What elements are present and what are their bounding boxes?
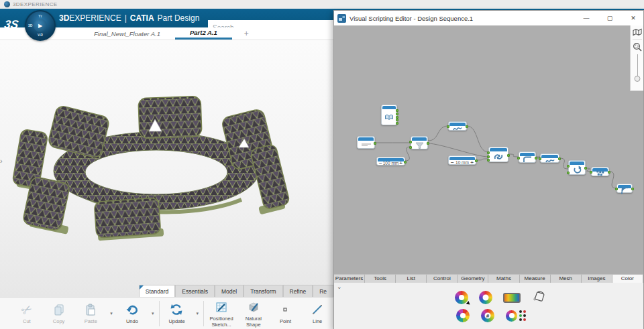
ribbon-tab-refine[interactable]: Refine (283, 285, 313, 297)
color-wheel-segments-icon[interactable] (456, 309, 470, 322)
category-tab-tools[interactable]: Tools (365, 274, 396, 283)
zoom-slider[interactable] (633, 54, 641, 84)
node-port-right[interactable] (558, 157, 561, 160)
category-tab-control[interactable]: Control (427, 274, 458, 283)
panel-expander-chevron-icon[interactable]: › (0, 157, 3, 165)
node-port-right[interactable] (631, 188, 634, 190)
undo-button[interactable]: Undo (116, 302, 148, 324)
node-port-left[interactable] (567, 172, 570, 174)
zoom-select-icon[interactable] (633, 42, 642, 52)
ribbon-tab-model[interactable]: Model (215, 285, 244, 297)
stepper-plus-button[interactable]: + (470, 159, 474, 166)
stepper-plus-button[interactable]: + (399, 160, 402, 166)
node-port-left[interactable] (487, 159, 490, 161)
category-tab-list[interactable]: List (396, 274, 427, 283)
node-port-left[interactable] (567, 165, 570, 168)
node-port-right[interactable] (396, 122, 398, 125)
stepper-value[interactable]: 10 mm (455, 160, 469, 165)
update-button[interactable]: Update (161, 302, 193, 324)
graph-node-output[interactable] (616, 184, 633, 193)
gradient-bar-icon[interactable] (503, 293, 521, 303)
palette-collapse-chevron-icon[interactable]: ⌄ (337, 283, 342, 290)
node-port-right[interactable] (374, 142, 376, 145)
node-connection-wire[interactable] (428, 143, 488, 157)
node-port-right[interactable] (608, 171, 610, 174)
dropdown-arrow-icon[interactable]: ▾ (193, 311, 202, 316)
color-harmony-icon[interactable] (506, 310, 527, 322)
graph-node-corner[interactable] (519, 151, 536, 163)
node-connection-wire[interactable] (428, 126, 448, 141)
ribbon-tab-transform[interactable]: Transform (244, 285, 282, 297)
graph-node-read-geometry[interactable] (381, 105, 397, 125)
compass-play-icon[interactable]: ▶ (34, 19, 47, 32)
node-port-right[interactable] (535, 157, 537, 159)
doc-tab[interactable]: Final_Newt_Floater A.1 (79, 27, 175, 40)
maximize-button[interactable]: ▢ (600, 11, 620, 25)
node-connection-wire[interactable] (609, 172, 616, 188)
graph-node-filter[interactable] (411, 136, 428, 149)
category-tab-measure[interactable]: Measure (520, 274, 551, 283)
3dexperience-compass[interactable]: Yr 3D V.R ▶ (25, 10, 56, 41)
doc-tab[interactable]: Part2 A.1 (175, 27, 232, 40)
3d-viewport[interactable]: › (0, 40, 333, 297)
node-port-right[interactable] (396, 116, 398, 119)
category-tab-maths[interactable]: Maths (488, 274, 519, 283)
compass-north-label[interactable]: Yr (38, 14, 42, 18)
stepper-minus-button[interactable]: − (451, 159, 454, 166)
stepper-minus-button[interactable]: − (379, 160, 382, 166)
graph-node-mesh[interactable] (591, 167, 609, 176)
color-wheel-icon[interactable] (479, 291, 492, 304)
compass-west-label[interactable]: 3D (28, 23, 32, 27)
compass-south-label[interactable]: V.R (38, 33, 43, 37)
node-port-left[interactable] (447, 125, 449, 128)
node-port-right[interactable] (404, 161, 407, 163)
close-button[interactable]: ✕ (623, 11, 643, 25)
node-connection-wire[interactable] (467, 126, 488, 152)
node-connection-wire[interactable] (405, 147, 411, 161)
node-port-left[interactable] (487, 151, 490, 154)
node-port-right[interactable] (507, 154, 510, 157)
new-tab-button[interactable]: + (232, 27, 261, 40)
graph-node-loop[interactable] (568, 160, 586, 175)
dropdown-arrow-icon[interactable]: ▾ (107, 311, 116, 316)
graph-node-length-10[interactable]: −10 mm+ (448, 155, 476, 165)
node-port-right[interactable] (427, 142, 429, 145)
ribbon-tab-standard[interactable]: Standard (139, 285, 176, 297)
node-port-right[interactable] (396, 109, 398, 112)
positioned-button[interactable]: Positioned Sketch... (205, 299, 237, 328)
category-tab-color[interactable]: Color (612, 274, 643, 283)
node-graph-canvas[interactable]: −100 mm+−10 mm+ (334, 25, 643, 274)
ribbon-tab-essentials[interactable]: Essentials (175, 285, 215, 297)
node-port-left[interactable] (590, 171, 592, 174)
node-port-right[interactable] (396, 113, 398, 115)
graph-node-text-note[interactable] (357, 136, 375, 149)
natural-button[interactable]: Natural Shape (237, 299, 270, 328)
stepper-value[interactable]: 100 mm (383, 161, 398, 166)
category-tab-geometry[interactable]: Geometry (458, 274, 488, 283)
color-wheel-picker-icon[interactable] (455, 291, 468, 304)
category-tab-images[interactable]: Images (582, 274, 612, 283)
paint-bucket-icon[interactable] (531, 289, 547, 306)
vse-titlebar[interactable]: Visual Scripting Editor - Design Sequenc… (334, 11, 643, 25)
minimize-button[interactable]: — (576, 11, 596, 25)
node-port-left[interactable] (517, 157, 520, 159)
node-port-right[interactable] (396, 119, 398, 121)
graph-node-curve-b[interactable] (540, 153, 559, 163)
node-port-left[interactable] (409, 141, 412, 143)
zoom-slider-knob[interactable] (634, 76, 640, 82)
node-port-right[interactable] (584, 167, 587, 170)
3d-model-ring[interactable] (0, 40, 333, 285)
node-port-right[interactable] (466, 125, 468, 128)
node-port-left[interactable] (615, 188, 618, 190)
color-wheel-hash-icon[interactable]: # (481, 309, 494, 322)
node-port-left[interactable] (487, 155, 490, 158)
line-button[interactable]: Line (301, 302, 333, 324)
graph-node-length-100[interactable]: −100 mm+ (376, 157, 405, 166)
graph-node-curve-a[interactable] (448, 121, 467, 131)
node-port-left[interactable] (409, 146, 412, 149)
point-button[interactable]: Point (270, 302, 302, 324)
category-tab-mesh[interactable]: Mesh (551, 274, 582, 283)
dropdown-arrow-icon[interactable]: ▾ (148, 311, 158, 316)
graph-node-sweep[interactable] (488, 147, 508, 162)
node-port-right[interactable] (475, 159, 478, 162)
